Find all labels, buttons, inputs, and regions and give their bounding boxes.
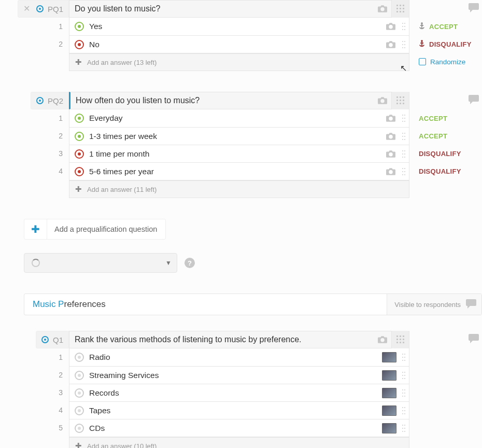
section-title[interactable]: Music Preferences: [24, 294, 387, 315]
answer-row[interactable]: Records: [69, 384, 409, 401]
answer-row[interactable]: 5-6 times per year: [69, 162, 409, 180]
question-type-dropdown[interactable]: ▼: [24, 253, 177, 273]
drag-handle-icon[interactable]: [400, 18, 408, 35]
answer-numbers: 1 2 3 4 5: [59, 348, 69, 437]
answer-row[interactable]: Tapes: [69, 401, 409, 419]
svg-point-11: [402, 26, 403, 27]
answer-row[interactable]: Everyday: [69, 109, 409, 127]
disqualify-action[interactable]: DISQUALIFY: [419, 145, 482, 162]
answer-thumbnail[interactable]: [382, 352, 396, 362]
question-id-q1[interactable]: Q1: [36, 331, 69, 348]
disqualify-action[interactable]: DISQUALIFY: [419, 162, 482, 180]
help-icon[interactable]: ?: [185, 258, 195, 268]
drag-handle-icon[interactable]: [400, 109, 408, 127]
answer-label[interactable]: 1-3 times per week: [89, 132, 382, 141]
camera-icon[interactable]: [382, 145, 400, 163]
camera-icon[interactable]: [382, 109, 400, 127]
answer-thumbnail[interactable]: [382, 388, 396, 398]
camera-icon[interactable]: [382, 36, 400, 53]
chevron-down-icon: ▼: [165, 259, 172, 267]
answer-radio-icon[interactable]: [75, 167, 84, 176]
answer-label[interactable]: 5-6 times per year: [89, 167, 382, 176]
question-title[interactable]: Do you listen to music?: [69, 4, 374, 13]
drag-handle-icon[interactable]: [400, 402, 408, 419]
drag-handle-icon[interactable]: [400, 419, 408, 437]
add-answer-button[interactable]: ✚ Add an answer (13 left): [69, 53, 409, 71]
question-id-label: PQ1: [48, 5, 63, 13]
answer-label[interactable]: CDs: [89, 424, 382, 433]
answer-thumbnail[interactable]: [382, 423, 396, 433]
drag-handle-icon[interactable]: [400, 128, 408, 145]
grid-icon[interactable]: [391, 92, 409, 109]
answer-label[interactable]: Radio: [89, 353, 382, 362]
answer-row[interactable]: Streaming Services: [69, 366, 409, 384]
camera-icon[interactable]: [374, 331, 391, 348]
question-id-pq1[interactable]: ✕ PQ1: [18, 0, 69, 18]
answer-radio-icon[interactable]: [75, 353, 84, 362]
disqualify-action[interactable]: DISQUALIFY: [419, 35, 482, 53]
answer-label[interactable]: Records: [89, 388, 382, 398]
drag-handle-icon[interactable]: [400, 163, 408, 180]
section-visibility[interactable]: Visible to respondents: [387, 294, 481, 315]
answer-radio-icon[interactable]: [75, 22, 84, 31]
svg-point-12: [404, 26, 405, 27]
checkbox-icon[interactable]: [419, 58, 426, 65]
comment-icon[interactable]: [469, 3, 479, 14]
answer-radio-icon[interactable]: [75, 424, 84, 433]
answer-label[interactable]: 1 time per month: [89, 149, 382, 159]
randomize-toggle[interactable]: Randomize: [419, 53, 482, 71]
answer-label[interactable]: No: [89, 40, 382, 49]
drag-handle-icon[interactable]: [400, 367, 408, 384]
answer-radio-icon[interactable]: [75, 132, 84, 141]
answer-radio-icon[interactable]: [75, 149, 84, 159]
add-answer-button[interactable]: ✚ Add an answer (11 left): [69, 180, 409, 198]
svg-point-40: [402, 139, 403, 140]
comment-icon[interactable]: [469, 95, 479, 106]
answer-row[interactable]: 1 time per month: [69, 145, 409, 162]
grid-icon[interactable]: [391, 331, 409, 348]
question-title[interactable]: Rank the various methods of listening to…: [69, 335, 374, 344]
svg-rect-59: [403, 339, 404, 340]
answer-label[interactable]: Streaming Services: [89, 371, 382, 380]
answer-row[interactable]: Yes: [69, 18, 409, 35]
anchor-icon: [419, 40, 425, 49]
add-prequalification-button[interactable]: ✚ Add a prequalification question: [24, 219, 166, 240]
camera-icon[interactable]: [374, 92, 391, 109]
answer-label[interactable]: Tapes: [89, 406, 382, 415]
comment-icon[interactable]: [469, 334, 479, 345]
accept-action[interactable]: ACCEPT: [419, 18, 482, 35]
answer-thumbnail[interactable]: [382, 370, 396, 381]
answer-label[interactable]: Yes: [89, 22, 382, 31]
answer-radio-icon[interactable]: [75, 388, 84, 398]
comment-icon[interactable]: [466, 299, 476, 310]
accept-action[interactable]: ACCEPT: [419, 127, 482, 145]
svg-point-9: [402, 23, 403, 24]
grid-icon[interactable]: [391, 0, 409, 18]
drag-handle-icon[interactable]: [400, 36, 408, 53]
camera-icon[interactable]: [382, 163, 400, 180]
add-answer-label: Add an answer (11 left): [87, 186, 157, 193]
close-icon[interactable]: ✕: [23, 5, 30, 13]
svg-point-87: [402, 425, 403, 426]
answer-thumbnail[interactable]: [382, 405, 396, 416]
answer-radio-icon[interactable]: [75, 406, 84, 415]
drag-handle-icon[interactable]: [400, 145, 408, 163]
add-answer-button[interactable]: ✚ Add an answer (10 left): [69, 437, 409, 448]
drag-handle-icon[interactable]: [400, 348, 408, 366]
answer-radio-icon[interactable]: [75, 40, 84, 49]
svg-point-69: [402, 372, 403, 373]
question-title[interactable]: How often do you listen to music?: [70, 96, 374, 105]
answer-row[interactable]: No: [69, 35, 409, 53]
drag-handle-icon[interactable]: [400, 384, 408, 402]
camera-icon[interactable]: [382, 18, 400, 35]
answer-label[interactable]: Everyday: [89, 114, 382, 123]
answer-radio-icon[interactable]: [75, 371, 84, 380]
answer-row[interactable]: Radio: [69, 348, 409, 366]
answer-radio-icon[interactable]: [75, 114, 84, 123]
accept-action[interactable]: ACCEPT: [419, 109, 482, 127]
answer-row[interactable]: CDs: [69, 419, 409, 437]
answer-row[interactable]: 1-3 times per week: [69, 127, 409, 145]
camera-icon[interactable]: [382, 128, 400, 145]
question-id-pq2[interactable]: PQ2: [31, 92, 69, 109]
camera-icon[interactable]: [374, 0, 391, 18]
